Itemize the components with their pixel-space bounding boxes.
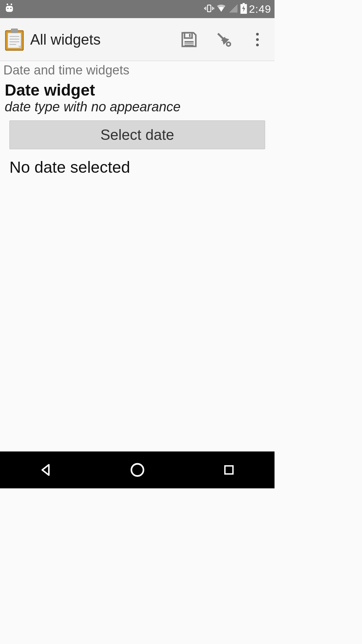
- svg-rect-32: [225, 466, 233, 474]
- svg-point-4: [10, 8, 12, 9]
- svg-point-28: [256, 33, 259, 36]
- svg-rect-5: [207, 5, 211, 12]
- more-icon[interactable]: [248, 30, 267, 49]
- select-date-button[interactable]: Select date: [9, 120, 265, 149]
- save-icon[interactable]: [179, 30, 199, 49]
- action-icons: [179, 30, 270, 49]
- svg-point-27: [227, 42, 230, 46]
- svg-point-31: [131, 464, 143, 476]
- vibrate-icon: [204, 3, 214, 15]
- status-bar: 2:49: [0, 0, 275, 18]
- svg-point-0: [7, 4, 8, 5]
- debug-icon: [3, 2, 15, 16]
- clipboard-icon[interactable]: [5, 30, 24, 49]
- down-arrow-icon[interactable]: [214, 30, 233, 49]
- cell-icon: [228, 3, 238, 15]
- recent-button[interactable]: [219, 460, 239, 480]
- wifi-icon: [216, 3, 226, 15]
- content: Date and time widgets Date widget date t…: [0, 61, 275, 451]
- section-header: Date and time widgets: [0, 61, 275, 79]
- svg-rect-15: [11, 29, 18, 33]
- svg-rect-11: [243, 3, 245, 4]
- home-button[interactable]: [127, 460, 147, 480]
- svg-point-30: [256, 44, 259, 46]
- status-right: 2:49: [204, 3, 271, 15]
- nav-bar: [0, 451, 275, 488]
- svg-rect-2: [6, 6, 13, 12]
- svg-rect-23: [185, 41, 194, 46]
- back-button[interactable]: [36, 460, 56, 480]
- battery-icon: [240, 3, 247, 15]
- clock-time: 2:49: [249, 3, 271, 15]
- status-left: [3, 2, 15, 16]
- svg-rect-21: [185, 33, 192, 38]
- svg-rect-14: [8, 33, 21, 48]
- svg-point-1: [11, 4, 12, 5]
- svg-point-3: [7, 8, 9, 9]
- date-status: No date selected: [0, 149, 275, 185]
- action-bar: All widgets: [0, 18, 275, 61]
- widget-subtitle: date type with no appearance: [0, 99, 275, 120]
- svg-point-29: [256, 38, 259, 41]
- widget-title: Date widget: [0, 79, 275, 99]
- page-title: All widgets: [30, 31, 101, 48]
